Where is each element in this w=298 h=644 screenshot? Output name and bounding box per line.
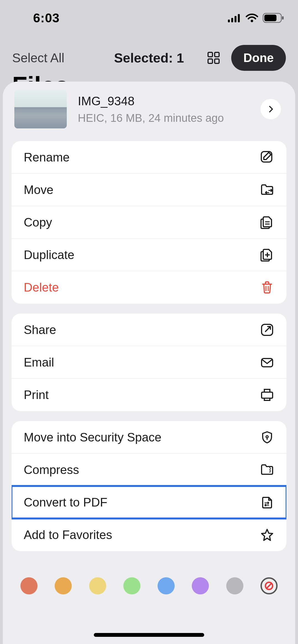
pdf-label: Convert to PDF xyxy=(24,495,260,509)
doc-copy-icon xyxy=(260,216,274,229)
trash-icon xyxy=(260,281,274,294)
delete-row[interactable]: Delete xyxy=(12,271,286,304)
file-header[interactable]: IMG_9348 HEIC, 16 MB, 24 minutes ago xyxy=(3,82,295,137)
folder-move-icon xyxy=(260,183,274,196)
select-all-button[interactable]: Select All xyxy=(12,50,64,65)
battery-icon xyxy=(263,13,284,23)
copy-row[interactable]: Copy xyxy=(12,206,286,239)
compress-row[interactable]: Compress xyxy=(12,454,286,486)
pdf-row[interactable]: Convert to PDF xyxy=(12,486,286,519)
status-bar: 6:03 xyxy=(0,0,298,36)
cellular-icon xyxy=(228,14,241,22)
duplicate-row[interactable]: Duplicate xyxy=(12,239,286,271)
print-row[interactable]: Print xyxy=(12,379,286,411)
color-tag[interactable] xyxy=(55,577,72,594)
file-meta: HEIC, 16 MB, 24 minutes ago xyxy=(78,112,249,124)
home-indicator xyxy=(94,633,204,637)
rename-icon xyxy=(260,151,274,164)
done-button[interactable]: Done xyxy=(231,45,286,71)
clear-tag-button[interactable] xyxy=(260,577,278,594)
move-label: Move xyxy=(24,183,260,197)
email-row[interactable]: Email xyxy=(12,346,286,379)
file-name: IMG_9348 xyxy=(78,94,249,108)
color-tags-row xyxy=(3,577,295,594)
duplicate-label: Duplicate xyxy=(24,248,260,262)
print-label: Print xyxy=(24,388,260,402)
share-row[interactable]: Share xyxy=(12,314,286,346)
folder-zip-icon xyxy=(260,463,274,476)
svg-rect-3 xyxy=(238,14,240,22)
mail-icon xyxy=(260,356,274,369)
rename-row[interactable]: Rename xyxy=(12,141,286,174)
doc-swap-icon xyxy=(260,496,274,509)
favorites-label: Add to Favorites xyxy=(24,528,260,542)
action-group: Move into Security SpaceCompressConvert … xyxy=(12,421,286,551)
file-thumbnail xyxy=(14,90,67,128)
share-arrow-icon xyxy=(260,323,274,336)
security-row[interactable]: Move into Security Space xyxy=(12,421,286,454)
color-tag[interactable] xyxy=(192,577,209,594)
shield-lock-icon xyxy=(260,431,274,444)
wifi-icon xyxy=(246,13,258,23)
status-time: 6:03 xyxy=(33,10,60,25)
color-tag[interactable] xyxy=(89,577,106,594)
color-tag[interactable] xyxy=(158,577,175,594)
grid-view-button[interactable] xyxy=(207,51,220,64)
star-icon xyxy=(260,528,274,541)
delete-label: Delete xyxy=(24,281,260,294)
svg-point-4 xyxy=(251,20,253,22)
security-label: Move into Security Space xyxy=(24,430,260,444)
favorites-row[interactable]: Add to Favorites xyxy=(12,519,286,551)
action-group: ShareEmailPrint xyxy=(12,314,286,411)
svg-rect-2 xyxy=(235,16,236,22)
share-label: Share xyxy=(24,323,260,337)
action-sheet: IMG_9348 HEIC, 16 MB, 24 minutes ago Ren… xyxy=(3,82,295,644)
copy-label: Copy xyxy=(24,215,260,229)
svg-rect-0 xyxy=(228,20,230,22)
printer-icon xyxy=(260,388,274,402)
svg-rect-6 xyxy=(264,15,276,21)
color-tag[interactable] xyxy=(226,577,243,594)
svg-rect-8 xyxy=(208,52,212,57)
color-tag[interactable] xyxy=(123,577,140,594)
svg-rect-10 xyxy=(208,59,212,63)
file-details-button[interactable] xyxy=(260,99,281,119)
nav-bar: Select All Selected: 1 Done xyxy=(0,41,298,74)
svg-rect-7 xyxy=(282,16,284,20)
selection-count: Selected: 1 xyxy=(114,50,184,66)
email-label: Email xyxy=(24,355,260,369)
move-row[interactable]: Move xyxy=(12,174,286,206)
action-group: RenameMoveCopyDuplicateDelete xyxy=(12,141,286,304)
svg-rect-9 xyxy=(215,52,219,57)
svg-rect-11 xyxy=(215,59,219,63)
svg-rect-1 xyxy=(231,18,233,22)
compress-label: Compress xyxy=(24,463,260,477)
rename-label: Rename xyxy=(24,150,260,164)
svg-line-13 xyxy=(267,583,272,588)
doc-plus-icon xyxy=(260,248,274,262)
color-tag[interactable] xyxy=(20,577,38,594)
status-icons xyxy=(228,13,284,23)
